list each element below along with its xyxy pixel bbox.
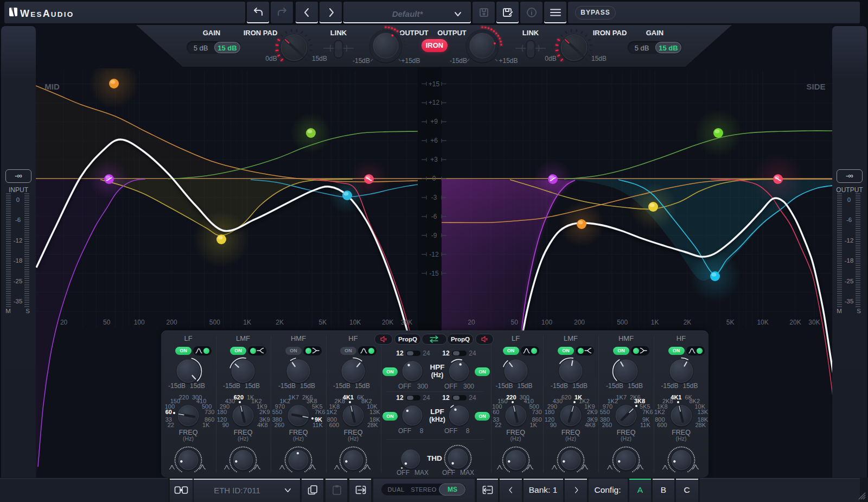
svg-text:+15: +15 <box>429 80 440 88</box>
svg-text:+6: +6 <box>430 137 438 144</box>
svg-text:2K: 2K <box>684 319 692 326</box>
svg-text:100: 100 <box>134 319 145 326</box>
svg-text:0: 0 <box>432 175 436 182</box>
svg-text:20: 20 <box>60 319 68 326</box>
svg-text:1K: 1K <box>651 319 659 326</box>
svg-text:-3: -3 <box>431 194 437 201</box>
svg-text:-6: -6 <box>431 213 437 220</box>
svg-text:+3: +3 <box>430 156 438 163</box>
svg-text:20: 20 <box>468 319 475 326</box>
svg-text:SIDE: SIDE <box>806 82 825 91</box>
svg-text:200: 200 <box>167 319 177 326</box>
svg-text:10K: 10K <box>349 319 361 326</box>
svg-text:5K: 5K <box>726 319 735 326</box>
svg-text:-15: -15 <box>429 270 439 277</box>
svg-text:2K: 2K <box>276 319 284 326</box>
svg-text:100: 100 <box>541 319 552 326</box>
svg-text:10K: 10K <box>757 319 768 326</box>
svg-text:20K: 20K <box>789 319 801 326</box>
svg-text:1K: 1K <box>243 319 251 326</box>
svg-text:200: 200 <box>574 319 585 326</box>
svg-text:500: 500 <box>617 319 628 326</box>
svg-text:30K: 30K <box>401 319 412 326</box>
svg-text:30K: 30K <box>808 319 820 326</box>
svg-text:-12: -12 <box>429 251 439 258</box>
svg-text:-9: -9 <box>431 232 437 239</box>
svg-text:5K: 5K <box>318 319 327 326</box>
svg-text:+9: +9 <box>430 118 438 125</box>
svg-text:500: 500 <box>209 319 220 326</box>
svg-text:+12: +12 <box>429 99 440 106</box>
svg-text:50: 50 <box>511 319 519 326</box>
svg-text:20K: 20K <box>382 319 393 326</box>
svg-text:MID: MID <box>44 82 60 91</box>
svg-text:50: 50 <box>103 319 111 326</box>
